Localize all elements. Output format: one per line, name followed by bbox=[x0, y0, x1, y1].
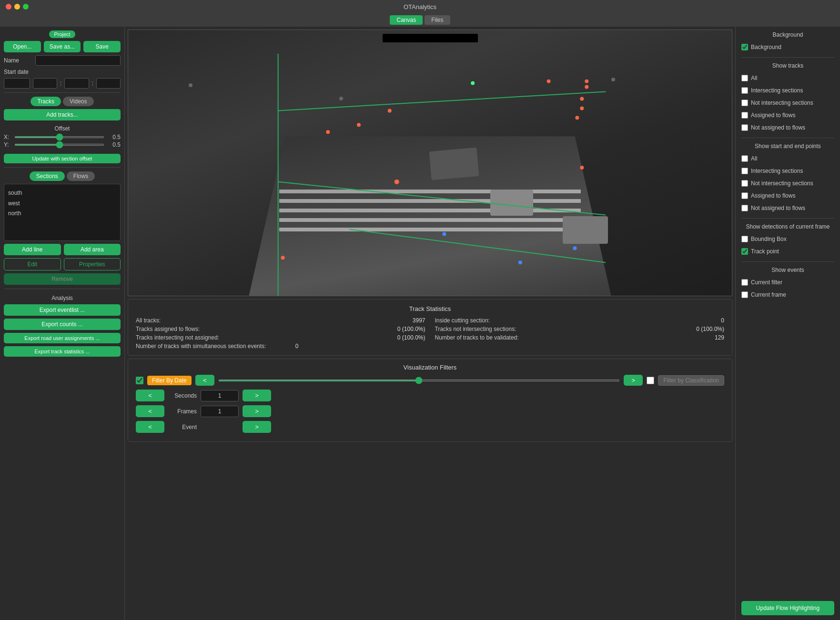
current-filter-label: Current filter bbox=[751, 279, 782, 286]
frames-prev[interactable]: < bbox=[136, 405, 164, 417]
update-offset-button[interactable]: Update with section offset bbox=[4, 154, 121, 163]
open-button[interactable]: Open... bbox=[4, 41, 41, 52]
tracks-assigned-label: Assigned to flows bbox=[751, 112, 795, 119]
se-all-checkbox[interactable] bbox=[741, 155, 748, 162]
tab-canvas[interactable]: Canvas bbox=[390, 15, 423, 25]
name-label: Name bbox=[4, 57, 32, 64]
properties-button[interactable]: Properties bbox=[64, 258, 121, 270]
event-next[interactable]: > bbox=[243, 421, 271, 433]
export-counts-button[interactable]: Export counts ... bbox=[4, 319, 121, 330]
se-all-row: All bbox=[741, 155, 834, 162]
background-label: Background bbox=[751, 44, 781, 50]
tracks-intersecting-row: Intersecting sections bbox=[741, 87, 834, 94]
hour-field[interactable] bbox=[33, 78, 57, 89]
second-field[interactable] bbox=[96, 78, 121, 89]
section-list[interactable]: south west north bbox=[4, 184, 121, 241]
filter-class-button[interactable]: Filter by Classification bbox=[658, 375, 724, 386]
section-item-south[interactable]: south bbox=[8, 188, 116, 199]
flows-tab[interactable]: Flows bbox=[67, 171, 95, 181]
tab-files[interactable]: Files bbox=[425, 15, 450, 25]
canvas-container[interactable] bbox=[128, 30, 732, 296]
analysis-section: Analysis Export eventlist ... Export cou… bbox=[4, 295, 121, 357]
current-filter-row: Current filter bbox=[741, 279, 834, 286]
edit-button[interactable]: Edit bbox=[4, 258, 61, 270]
sections-tab[interactable]: Sections bbox=[30, 171, 65, 181]
date-nav-next[interactable]: > bbox=[624, 375, 643, 386]
export-road-user-button[interactable]: Export road user assignments ... bbox=[4, 333, 121, 343]
date-filter-checkbox[interactable] bbox=[136, 377, 143, 384]
se-all-label: All bbox=[751, 155, 757, 162]
section-item-west[interactable]: west bbox=[8, 199, 116, 209]
frames-input[interactable]: 1 bbox=[201, 406, 239, 417]
remove-button[interactable]: Remove bbox=[4, 273, 121, 285]
viz-panel: Visualization Filters Filter By Date < >… bbox=[128, 359, 732, 442]
stats-panel: Track Statistics All tracks: 3997 Inside… bbox=[128, 299, 732, 356]
add-area-button[interactable]: Add area bbox=[64, 244, 121, 255]
minute-field[interactable] bbox=[64, 78, 89, 89]
name-input[interactable] bbox=[35, 55, 121, 66]
date-nav-prev[interactable]: < bbox=[195, 375, 214, 386]
date-inputs: : : bbox=[4, 78, 121, 89]
frames-row: < Frames 1 > bbox=[136, 405, 724, 417]
date-field[interactable] bbox=[4, 78, 30, 89]
event-prev[interactable]: < bbox=[136, 421, 164, 433]
offset-title: Offset bbox=[4, 125, 121, 132]
tracks-assigned-checkbox[interactable] bbox=[741, 112, 748, 119]
frames-next[interactable]: > bbox=[243, 405, 271, 417]
seconds-next[interactable]: > bbox=[243, 390, 271, 401]
track-point-checkbox[interactable] bbox=[741, 248, 748, 255]
add-tracks-button[interactable]: Add tracks... bbox=[4, 109, 121, 120]
se-not-assigned-checkbox[interactable] bbox=[741, 205, 748, 211]
se-intersecting-checkbox[interactable] bbox=[741, 168, 748, 174]
filter-date-button[interactable]: Filter By Date bbox=[147, 376, 192, 385]
stats-not-intersecting: Tracks not intersecting sections: 0 (100… bbox=[435, 326, 725, 332]
tracks-intersecting-checkbox[interactable] bbox=[741, 87, 748, 94]
date-range-slider[interactable] bbox=[218, 380, 620, 381]
seconds-input[interactable]: 1 bbox=[201, 390, 239, 401]
current-frame-row: Current frame bbox=[741, 291, 834, 298]
sections-flows-tabs: Sections Flows bbox=[4, 171, 121, 181]
se-not-intersecting-label: Not intersecting sections bbox=[751, 180, 813, 187]
videos-tab[interactable]: Videos bbox=[63, 97, 93, 106]
background-checkbox[interactable] bbox=[741, 44, 748, 50]
viz-title: Visualization Filters bbox=[136, 364, 724, 371]
offset-y-slider[interactable] bbox=[14, 144, 104, 146]
tracks-not-intersecting-checkbox[interactable] bbox=[741, 100, 748, 106]
stats-simultaneous: Number of tracks with simultaneous secti… bbox=[136, 343, 724, 350]
save-button[interactable]: Save bbox=[83, 41, 121, 52]
add-line-button[interactable]: Add line bbox=[4, 244, 61, 255]
left-sidebar: Project Open... Save as... Save Name Sta… bbox=[0, 27, 125, 620]
save-as-button[interactable]: Save as... bbox=[44, 41, 81, 52]
export-track-stats-button[interactable]: Export track statistics ... bbox=[4, 346, 121, 357]
seconds-label: Seconds bbox=[168, 392, 197, 399]
bounding-box-label: Bounding Box bbox=[751, 236, 787, 242]
tracks-not-assigned-checkbox[interactable] bbox=[741, 124, 748, 131]
seconds-prev[interactable]: < bbox=[136, 390, 164, 401]
bounding-box-checkbox[interactable] bbox=[741, 236, 748, 242]
offset-x-row: X: 0.5 bbox=[4, 134, 121, 140]
offset-x-val: 0.5 bbox=[107, 134, 121, 140]
current-filter-checkbox[interactable] bbox=[741, 279, 748, 286]
minimize-btn[interactable] bbox=[14, 4, 20, 10]
se-assigned-label: Assigned to flows bbox=[751, 192, 795, 199]
tracks-all-row: All bbox=[741, 75, 834, 81]
show-detections-title: Show detections of current frame bbox=[741, 223, 834, 230]
class-filter-checkbox[interactable] bbox=[647, 377, 654, 384]
current-frame-label: Current frame bbox=[751, 291, 786, 298]
show-events-title: Show events bbox=[741, 267, 834, 273]
se-assigned-checkbox[interactable] bbox=[741, 192, 748, 199]
update-flow-button[interactable]: Update Flow Highlighting bbox=[741, 601, 834, 615]
current-frame-checkbox[interactable] bbox=[741, 291, 748, 298]
stats-intersecting-not-assigned: Tracks intersecting not assigned: 0 (100… bbox=[136, 334, 425, 341]
tracks-all-checkbox[interactable] bbox=[741, 75, 748, 81]
fullscreen-btn[interactable] bbox=[23, 4, 29, 10]
se-not-intersecting-checkbox[interactable] bbox=[741, 180, 748, 187]
tracks-not-intersecting-label: Not intersecting sections bbox=[751, 100, 813, 106]
tracks-tab[interactable]: Tracks bbox=[30, 97, 61, 106]
close-btn[interactable] bbox=[6, 4, 11, 10]
export-eventlist-button[interactable]: Export eventlist ... bbox=[4, 304, 121, 316]
background-checkbox-row: Background bbox=[741, 44, 834, 50]
main-area: Track Statistics All tracks: 3997 Inside… bbox=[125, 27, 735, 620]
section-item-north[interactable]: north bbox=[8, 209, 116, 219]
offset-x-slider[interactable] bbox=[14, 136, 104, 138]
